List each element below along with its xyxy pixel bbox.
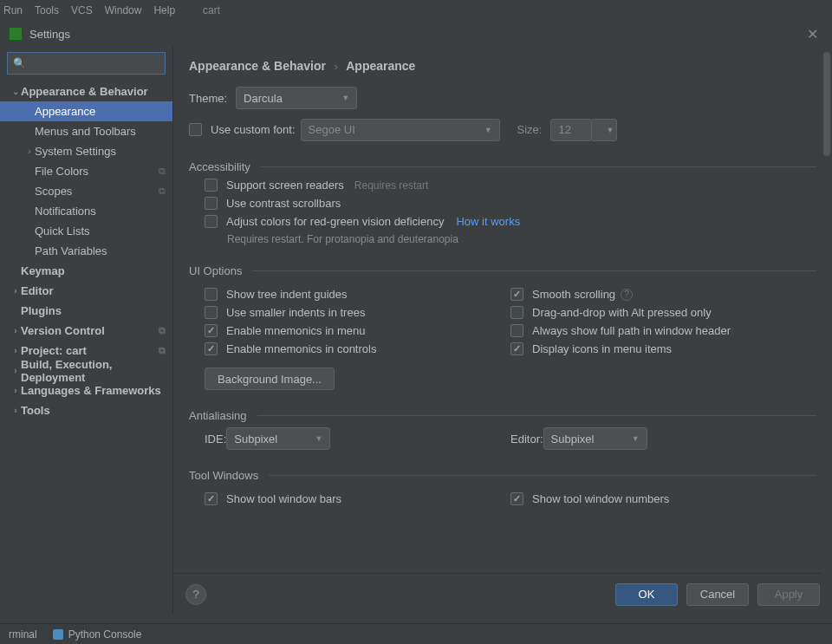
sidebar-item-scopes[interactable]: Scopes⧉ <box>0 181 172 201</box>
aa-ide-select[interactable]: Subpixel ▼ <box>226 427 330 450</box>
sidebar-item-label: Notifications <box>35 205 172 218</box>
ok-button[interactable]: OK <box>615 583 678 606</box>
menu-item[interactable]: VCS <box>71 4 93 16</box>
python-icon <box>53 629 63 640</box>
main-menu-bar: Run Tools VCS Window Help cart <box>0 0 832 21</box>
chevron-right-icon: › <box>10 386 21 395</box>
apply-button[interactable]: Apply <box>757 583 820 606</box>
contrast-scrollbars-checkbox[interactable]: Use contrast scrollbars <box>205 197 816 210</box>
settings-search[interactable]: 🔍 <box>7 52 166 75</box>
menu-item[interactable]: Run <box>3 4 23 16</box>
font-size-stepper[interactable]: ▼ <box>591 119 617 141</box>
how-it-works-link[interactable]: How it works <box>456 215 520 228</box>
sidebar-item-notifications[interactable]: Notifications <box>0 201 172 221</box>
theme-label: Theme: <box>189 92 227 105</box>
chevron-right-icon: › <box>10 366 21 375</box>
sidebar-item-label: Version Control <box>21 324 159 337</box>
ui-option-checkbox[interactable]: Use smaller indents in trees <box>205 306 510 319</box>
show-tool-window-bars-checkbox[interactable]: Show tool window bars <box>205 492 510 505</box>
terminal-tab[interactable]: rminal <box>9 628 37 641</box>
sidebar-item-path-variables[interactable]: Path Variables <box>0 241 172 261</box>
project-name: cart <box>203 4 220 16</box>
breadcrumb-parent[interactable]: Appearance & Behavior <box>189 59 326 73</box>
show-tool-window-numbers-checkbox[interactable]: Show tool window numbers <box>510 492 816 505</box>
color-deficiency-checkbox[interactable]: Adjust colors for red-green vision defic… <box>205 215 816 228</box>
chevron-right-icon: › <box>10 326 21 335</box>
scrollbar-thumb[interactable] <box>823 52 830 156</box>
ui-option-checkbox[interactable]: Drag-and-drop with Alt pressed only <box>510 306 816 319</box>
search-input[interactable] <box>29 57 175 70</box>
close-icon[interactable]: ✕ <box>802 24 823 44</box>
sidebar-item-appearance[interactable]: Appearance <box>0 101 172 121</box>
scheme-icon: ⧉ <box>159 185 166 197</box>
chevron-down-icon: ▼ <box>632 434 640 443</box>
antialiasing-section-title: Antialiasing <box>189 409 816 422</box>
sidebar-item-quick-lists[interactable]: Quick Lists <box>0 221 172 241</box>
background-image-button[interactable]: Background Image... <box>205 368 335 390</box>
sidebar-item-label: Languages & Frameworks <box>21 384 172 397</box>
font-size-input[interactable]: 12 <box>550 119 592 141</box>
sidebar-item-build-execution-deployment[interactable]: ›Build, Execution, Deployment <box>0 361 172 381</box>
menu-item[interactable]: Window <box>105 4 142 16</box>
sidebar-item-label: Plugins <box>21 304 172 317</box>
sidebar-item-label: Quick Lists <box>35 224 172 237</box>
menu-item[interactable]: Tools <box>35 4 59 16</box>
scheme-icon: ⧉ <box>159 166 166 177</box>
scrollbar[interactable] <box>822 47 832 615</box>
settings-dialog: Settings ✕ 🔍 ⌄Appearance & BehaviorAppea… <box>0 21 832 615</box>
breadcrumb-separator: › <box>335 61 338 73</box>
app-icon <box>9 27 23 41</box>
aa-ide-label: IDE: <box>205 433 226 446</box>
ui-option-checkbox[interactable]: Always show full path in window header <box>510 324 816 337</box>
sidebar-item-system-settings[interactable]: ›System Settings <box>0 141 172 161</box>
ui-options-section-title: UI Options <box>189 264 816 277</box>
sidebar-item-version-control[interactable]: ›Version Control⧉ <box>0 321 172 341</box>
sidebar-item-label: Build, Execution, Deployment <box>21 358 172 384</box>
status-bar: rminal Python Console <box>0 623 832 644</box>
help-button[interactable]: ? <box>185 584 206 605</box>
ui-option-checkbox[interactable]: Smooth scrolling? <box>510 288 816 301</box>
sidebar-item-file-colors[interactable]: File Colors⧉ <box>0 161 172 181</box>
sidebar-item-plugins[interactable]: Plugins <box>0 301 172 321</box>
font-select[interactable]: Segoe UI ▼ <box>301 119 500 141</box>
search-icon: 🔍 <box>13 57 26 69</box>
sidebar-item-editor[interactable]: ›Editor <box>0 281 172 301</box>
chevron-right-icon: › <box>10 406 21 415</box>
settings-tree[interactable]: ⌄Appearance & BehaviorAppearanceMenus an… <box>0 81 172 615</box>
python-console-tab[interactable]: Python Console <box>53 628 142 641</box>
sidebar-item-label: Keymap <box>21 264 172 277</box>
sidebar-item-label: Project: cart <box>21 344 159 357</box>
settings-content: Appearance & Behavior › Appearance Theme… <box>173 47 832 615</box>
aa-editor-select[interactable]: Subpixel ▼ <box>543 427 647 450</box>
sidebar-item-label: Menus and Toolbars <box>35 125 172 138</box>
chevron-down-icon: ▼ <box>484 126 492 134</box>
sidebar-item-tools[interactable]: ›Tools <box>0 400 172 420</box>
menu-item[interactable]: Help <box>153 4 175 16</box>
sidebar-item-label: Editor <box>21 284 172 297</box>
support-screen-readers-checkbox[interactable]: Support screen readers Requires restart <box>205 179 816 192</box>
sidebar-item-label: Scopes <box>35 185 159 198</box>
ui-option-checkbox[interactable]: Show tree indent guides <box>205 288 510 301</box>
use-custom-font-checkbox[interactable]: Use custom font: <box>189 123 296 136</box>
ui-option-checkbox[interactable]: Display icons in menu items <box>510 342 816 355</box>
sidebar-item-languages-frameworks[interactable]: ›Languages & Frameworks <box>0 381 172 400</box>
tool-windows-section-title: Tool Windows <box>189 469 816 482</box>
chevron-down-icon: ⌄ <box>10 87 21 96</box>
use-custom-font-label: Use custom font: <box>211 123 296 136</box>
theme-select[interactable]: Darcula ▼ <box>236 87 357 109</box>
ui-option-checkbox[interactable]: Enable mnemonics in controls <box>205 342 510 355</box>
chevron-right-icon: › <box>24 146 35 156</box>
sidebar-item-menus-and-toolbars[interactable]: Menus and Toolbars <box>0 121 172 141</box>
cancel-button[interactable]: Cancel <box>686 583 749 606</box>
theme-value: Darcula <box>244 92 283 105</box>
sidebar-item-keymap[interactable]: Keymap <box>0 261 172 281</box>
aa-editor-label: Editor: <box>510 433 543 446</box>
breadcrumb: Appearance & Behavior › Appearance <box>173 47 832 78</box>
help-icon[interactable]: ? <box>621 289 633 301</box>
dialog-footer: ? OK Cancel Apply <box>173 573 832 615</box>
ui-option-checkbox[interactable]: Enable mnemonics in menu <box>205 324 510 337</box>
chevron-down-icon: ▼ <box>341 94 349 102</box>
sidebar-item-label: Tools <box>21 404 172 417</box>
chevron-right-icon: › <box>10 346 21 355</box>
sidebar-item-appearance-behavior[interactable]: ⌄Appearance & Behavior <box>0 81 172 101</box>
